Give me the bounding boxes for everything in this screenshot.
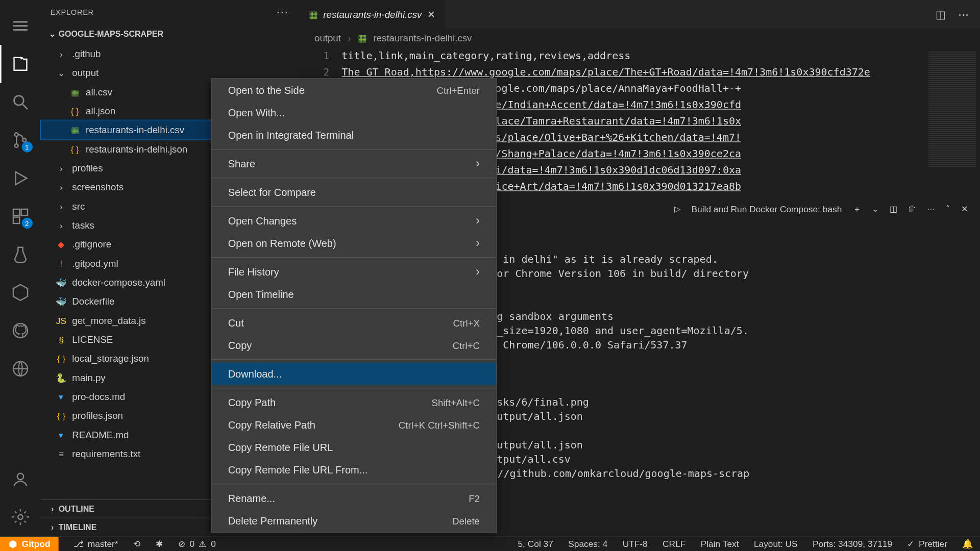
explorer-icon[interactable] — [0, 45, 40, 83]
chevron-right-icon — [476, 236, 480, 251]
file-label: .github — [72, 48, 101, 59]
csv-icon: ▦ — [358, 33, 366, 43]
folder-icon — [55, 220, 68, 230]
status-lang[interactable]: Plain Text — [701, 539, 739, 549]
maximize-panel-icon[interactable]: ˄ — [946, 204, 950, 214]
csv-icon: ▦ — [68, 125, 82, 135]
status-cursor[interactable]: 5, Col 37 — [518, 539, 553, 549]
ctx-rename[interactable]: Rename...F2 — [212, 487, 496, 510]
editor-more-icon[interactable]: ⋯ — [958, 8, 969, 20]
ctx-download[interactable]: Download... — [212, 363, 496, 385]
ctx-open-to-the-side[interactable]: Open to the SideCtrl+Enter — [212, 79, 496, 102]
status-gitpod[interactable]: Gitpod — [0, 536, 59, 551]
docker-icon: 🐳 — [55, 277, 68, 287]
extensions-icon[interactable]: 2 — [0, 197, 40, 236]
settings-icon[interactable] — [0, 498, 40, 536]
testing-icon[interactable] — [0, 235, 40, 273]
ctx-share[interactable]: Share — [212, 153, 496, 175]
status-spaces[interactable]: Spaces: 4 — [568, 539, 607, 549]
ctx-open-timeline[interactable]: Open Timeline — [212, 283, 496, 306]
chevron-right-icon — [476, 214, 480, 228]
json-icon: { } — [55, 411, 68, 421]
status-eol[interactable]: CRLF — [663, 539, 685, 549]
file-label: LICENSE — [72, 334, 113, 345]
status-bar: Gitpod ⎇ master* ⟲ ✱ ⊘ 0 ⚠ 0 5, Col 37 S… — [0, 536, 980, 551]
svg-point-10 — [18, 515, 22, 519]
tab-bar: ▦ restaurants-in-delhi.csv ✕ ◫ ⋯ — [300, 0, 980, 29]
context-menu: Open to the SideCtrl+EnterOpen With...Op… — [211, 78, 497, 533]
status-sync[interactable]: ⟲ — [133, 539, 141, 549]
sidebar-title: EXPLORER — [51, 8, 94, 16]
ctx-open-changes[interactable]: Open Changes — [212, 210, 496, 232]
folder-icon — [55, 48, 68, 59]
ctx-copy-relative-path[interactable]: Copy Relative PathCtrl+K Ctrl+Shift+C — [212, 414, 496, 436]
file-label: src — [72, 201, 85, 211]
json-icon: { } — [68, 106, 82, 116]
close-icon[interactable]: ✕ — [427, 9, 435, 19]
kill-terminal-icon[interactable]: 🗑 — [908, 204, 916, 214]
breadcrumb[interactable]: output › ▦ restaurants-in-delhi.csv — [300, 29, 980, 47]
panel-more-icon[interactable]: ⋯ — [927, 204, 935, 214]
source-control-icon[interactable]: 1 — [0, 121, 40, 159]
split-terminal-icon[interactable]: ◫ — [890, 204, 897, 214]
github-icon[interactable] — [0, 312, 40, 350]
csv-icon: ▦ — [309, 9, 317, 19]
folder-icon — [55, 68, 68, 78]
json-icon: { } — [68, 144, 82, 154]
file-label: docker-compose.yaml — [72, 277, 165, 288]
file-label: tasks — [72, 220, 94, 231]
file-label: profiles.json — [72, 410, 123, 421]
js-icon: JS — [55, 315, 68, 325]
chevron-right-icon — [476, 157, 480, 171]
license-icon: § — [55, 334, 68, 344]
ctx-open-with[interactable]: Open With... — [212, 102, 496, 124]
ctx-file-history[interactable]: File History — [212, 261, 496, 283]
status-branch[interactable]: ⎇ master* — [74, 539, 118, 549]
file-label: main.py — [72, 372, 105, 383]
ctx-select-for-compare[interactable]: Select for Compare — [212, 181, 496, 204]
status-prettier[interactable]: ✓ Prettier — [907, 539, 947, 549]
file-label: all.json — [86, 106, 115, 116]
svg-rect-4 — [13, 209, 19, 215]
gitpod-activity-icon[interactable] — [0, 273, 40, 312]
status-problems[interactable]: ⊘ 0 ⚠ 0 — [178, 539, 216, 549]
run-debug-icon[interactable] — [0, 159, 40, 197]
new-terminal-icon[interactable]: ＋ — [853, 203, 861, 215]
ctx-copy[interactable]: CopyCtrl+C — [212, 334, 496, 357]
svg-point-2 — [14, 144, 18, 147]
file-label: .gitignore — [72, 239, 111, 249]
ctx-copy-remote-file-url[interactable]: Copy Remote File URL — [212, 436, 496, 459]
status-encoding[interactable]: UTF-8 — [623, 539, 648, 549]
terminal-dropdown-icon[interactable]: ⌄ — [872, 204, 878, 214]
svg-point-1 — [14, 133, 18, 136]
split-editor-icon[interactable]: ◫ — [936, 8, 946, 20]
status-layout[interactable]: Layout: US — [754, 539, 798, 549]
ctx-copy-remote-file-url-from[interactable]: Copy Remote File URL From... — [212, 459, 496, 481]
chevron-right-icon: › — [46, 504, 59, 514]
run-play-icon[interactable]: ▷ — [674, 204, 680, 214]
file-label: README.md — [72, 429, 129, 440]
status-ports[interactable]: Ports: 34309, 37119 — [813, 539, 892, 549]
folder-header[interactable]: ⌄ GOOGLE-MAPS-SCRAPER — [41, 24, 300, 44]
folder-row[interactable]: .github — [41, 44, 300, 63]
search-icon[interactable] — [0, 83, 40, 121]
folder-icon — [55, 182, 68, 192]
tab-active[interactable]: ▦ restaurants-in-delhi.csv ✕ — [300, 0, 445, 29]
close-panel-icon[interactable]: ✕ — [961, 204, 968, 214]
accounts-icon[interactable] — [0, 460, 40, 498]
md-icon: ▾ — [55, 391, 68, 402]
status-build[interactable]: ✱ — [156, 539, 163, 549]
tab-actions: ◫ ⋯ — [936, 0, 980, 29]
remote-icon[interactable] — [0, 349, 40, 388]
ctx-open-on-remote-web[interactable]: Open on Remote (Web) — [212, 232, 496, 255]
minimap[interactable] — [928, 52, 976, 167]
status-notifications-icon[interactable]: 🔔 — [962, 539, 973, 549]
ctx-cut[interactable]: CutCtrl+X — [212, 312, 496, 334]
ctx-copy-path[interactable]: Copy PathShift+Alt+C — [212, 391, 496, 414]
menu-icon[interactable] — [0, 7, 40, 45]
sidebar-more-icon[interactable]: ⋯ — [276, 5, 290, 19]
ctx-delete-permanently[interactable]: Delete PermanentlyDelete — [212, 510, 496, 532]
file-label: local_storage.json — [72, 353, 149, 364]
run-config-label[interactable]: Build and Run Docker Compose: bash — [691, 204, 842, 214]
ctx-open-in-integrated-terminal[interactable]: Open in Integrated Terminal — [212, 124, 496, 146]
